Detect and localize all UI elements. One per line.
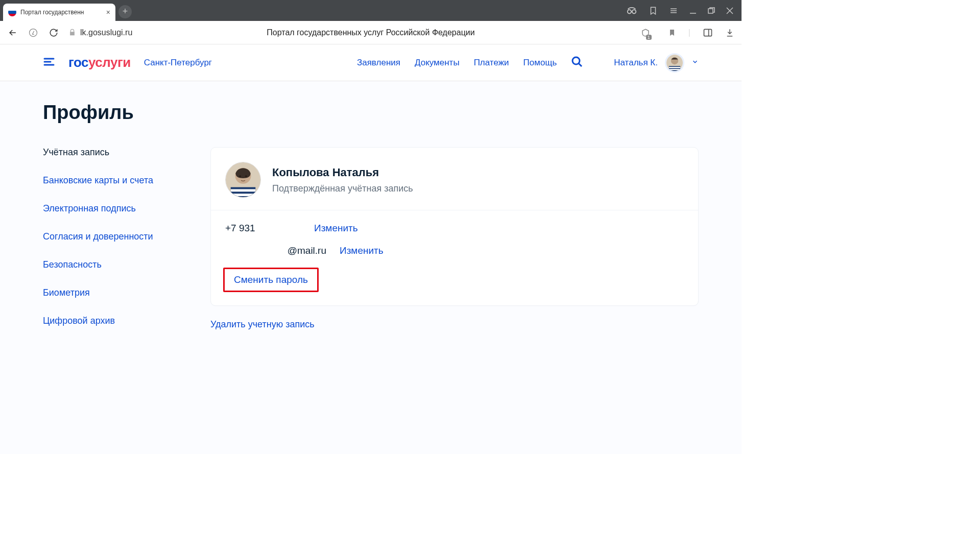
svg-rect-27 xyxy=(231,189,256,191)
window-controls xyxy=(626,5,738,16)
page-viewport: госуслуги Санкт-Петербург Заявления Доку… xyxy=(0,44,742,551)
svg-rect-28 xyxy=(231,194,256,196)
sidebar-item-consents[interactable]: Согласия и доверенности xyxy=(43,231,189,242)
user-menu[interactable]: Наталья К. xyxy=(614,53,699,73)
phone-value: +7 931 xyxy=(225,223,314,234)
svg-point-24 xyxy=(239,175,241,177)
svg-rect-19 xyxy=(669,66,680,71)
main-nav: Заявления Документы Платежи Помощь xyxy=(357,56,583,70)
bookmark-shield-icon[interactable] xyxy=(649,6,658,15)
account-card: Копылова Наталья Подтверждённая учётная … xyxy=(210,147,699,306)
account-status: Подтверждённая учётная запись xyxy=(272,183,413,194)
browser-tab[interactable]: Портал государственн × xyxy=(3,4,115,21)
change-email-link[interactable]: Изменить xyxy=(340,245,384,256)
profile-sidebar: Учётная запись Банковские карты и счета … xyxy=(43,147,189,330)
svg-rect-21 xyxy=(669,69,680,70)
change-password-link[interactable]: Сменить пароль xyxy=(225,269,317,291)
svg-rect-6 xyxy=(708,9,713,13)
sidebar-item-digital-archive[interactable]: Цифровой архив xyxy=(43,316,189,326)
site-logo[interactable]: госуслуги xyxy=(68,55,131,70)
address-bar: lk.gosuslugi.ru Портал государственных у… xyxy=(0,21,742,44)
sidebar-item-signature[interactable]: Электронная подпись xyxy=(43,203,189,214)
menu-icon[interactable] xyxy=(669,6,678,15)
maximize-icon[interactable] xyxy=(708,7,715,14)
page-title-center: Портал государственных услуг Российской … xyxy=(267,28,474,37)
sidebar-item-bank-cards[interactable]: Банковские карты и счета xyxy=(43,175,189,186)
bookmark-icon[interactable] xyxy=(668,29,676,37)
change-password-highlight: Сменить пароль xyxy=(223,268,319,292)
sidebar-panel-icon[interactable] xyxy=(703,28,713,38)
email-value: @mail.ru xyxy=(225,245,340,256)
site-header: госуслуги Санкт-Петербург Заявления Доку… xyxy=(0,44,742,81)
nav-payments[interactable]: Платежи xyxy=(474,58,509,68)
sidebar-item-security[interactable]: Безопасность xyxy=(43,259,189,270)
nav-documents[interactable]: Документы xyxy=(415,58,460,68)
sidebar-item-account[interactable]: Учётная запись xyxy=(43,147,189,158)
svg-point-25 xyxy=(245,175,247,177)
city-selector[interactable]: Санкт-Петербург xyxy=(144,58,212,68)
nav-applications[interactable]: Заявления xyxy=(357,58,400,68)
incognito-icon[interactable] xyxy=(626,5,637,16)
svg-point-1 xyxy=(632,10,636,13)
change-phone-link[interactable]: Изменить xyxy=(314,223,358,234)
email-row: @mail.ru Изменить xyxy=(225,245,684,256)
main-content: Профиль Учётная запись Банковские карты … xyxy=(0,81,742,454)
svg-point-15 xyxy=(572,57,580,64)
svg-rect-20 xyxy=(669,67,680,68)
delete-account-link[interactable]: Удалить учетную запись xyxy=(210,319,315,330)
close-window-icon[interactable] xyxy=(726,7,733,14)
sidebar-item-biometry[interactable]: Биометрия xyxy=(43,288,189,298)
tab-strip: Портал государственн × + xyxy=(0,0,742,21)
extension-icon[interactable]: 1 xyxy=(641,28,656,37)
svg-rect-10 xyxy=(704,29,712,36)
svg-line-16 xyxy=(579,63,582,66)
search-icon[interactable] xyxy=(571,56,583,70)
svg-point-0 xyxy=(628,10,631,13)
download-icon[interactable] xyxy=(725,28,734,37)
url-display[interactable]: lk.gosuslugi.ru xyxy=(68,28,132,37)
reload-button[interactable] xyxy=(48,27,59,38)
url-host: lk.gosuslugi.ru xyxy=(80,28,132,37)
user-avatar-large xyxy=(225,162,261,198)
yandex-services-button[interactable] xyxy=(28,27,39,38)
phone-row: +7 931 Изменить xyxy=(225,223,684,234)
hamburger-menu[interactable] xyxy=(43,56,55,70)
user-name-label: Наталья К. xyxy=(614,58,658,68)
chevron-down-icon xyxy=(691,58,699,67)
back-button[interactable] xyxy=(7,27,18,38)
favicon-russia-flag xyxy=(8,8,16,16)
tab-title: Портал государственн xyxy=(20,9,102,16)
minimize-icon[interactable] xyxy=(689,7,697,14)
close-tab-icon[interactable]: × xyxy=(106,8,110,16)
lock-icon xyxy=(68,29,76,36)
profile-full-name: Копылова Наталья xyxy=(272,166,413,179)
new-tab-button[interactable]: + xyxy=(118,5,132,18)
nav-help[interactable]: Помощь xyxy=(523,58,557,68)
user-avatar-small xyxy=(665,53,684,73)
page-title: Профиль xyxy=(43,102,699,124)
